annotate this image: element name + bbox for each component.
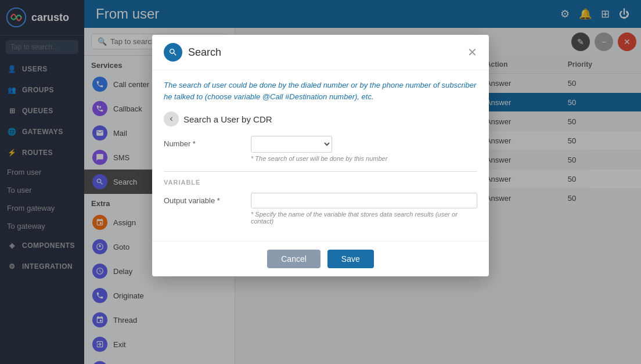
modal-section-header: Search a User by CDR [164, 111, 477, 127]
output-variable-label: Output variable * [164, 193, 239, 205]
number-hint: * The search of user will be done by thi… [251, 155, 477, 162]
modal-close-button[interactable]: ✕ [467, 46, 477, 58]
modal-body: The search of user could be done by the … [152, 70, 489, 241]
number-label: Number * [164, 136, 239, 148]
modal-title-icon [164, 43, 182, 62]
modal-title: Search [188, 46, 221, 59]
section-title: Search a User by CDR [183, 114, 272, 124]
output-variable-row: Output variable * * Specify the name of … [164, 193, 477, 225]
modal-footer: Cancel Save [152, 241, 489, 276]
output-variable-input[interactable] [251, 193, 477, 208]
modal-overlay: Search ✕ The search of user could be don… [0, 0, 641, 364]
modal-header: Search ✕ [152, 35, 489, 70]
cancel-button[interactable]: Cancel [267, 250, 320, 268]
number-field-row: Number * * The search of user will be do… [164, 136, 477, 162]
back-button[interactable] [164, 111, 179, 127]
variable-section: VARIABLE Output variable * * Specify the… [164, 171, 477, 225]
number-select[interactable] [251, 136, 332, 153]
search-modal: Search ✕ The search of user could be don… [152, 35, 489, 276]
variable-section-label: VARIABLE [164, 179, 477, 186]
output-variable-hint: * Specify the name of the variable that … [251, 211, 477, 225]
output-variable-control-wrap: * Specify the name of the variable that … [251, 193, 477, 225]
number-control-wrap: * The search of user will be done by thi… [251, 136, 477, 162]
save-button[interactable]: Save [327, 250, 374, 268]
modal-description: The search of user could be done by the … [164, 80, 477, 102]
modal-header-left: Search [164, 43, 221, 62]
